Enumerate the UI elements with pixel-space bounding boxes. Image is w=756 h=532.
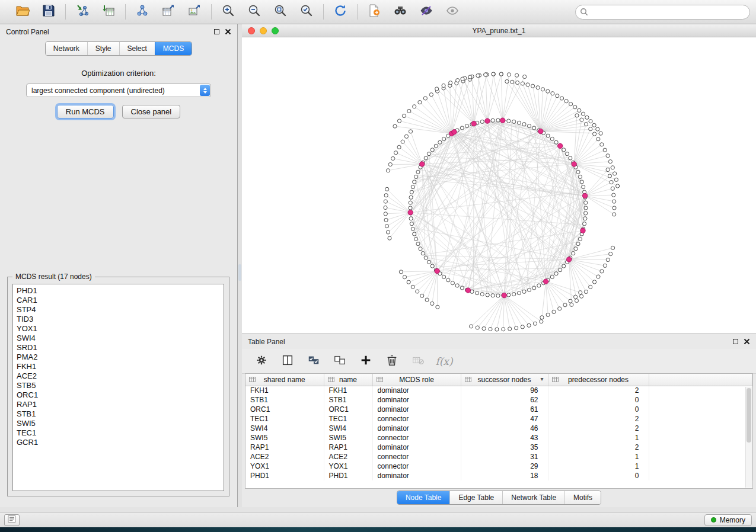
network-node[interactable] [584,290,588,293]
network-node[interactable] [456,79,460,82]
network-node[interactable] [611,246,615,249]
panel-splitter[interactable] [238,24,242,507]
network-node[interactable] [527,288,531,291]
mcds-hub-node[interactable] [582,193,587,198]
splitter-handle-icon[interactable] [238,264,241,281]
network-node[interactable] [384,200,387,203]
network-node[interactable] [425,298,429,302]
network-node[interactable] [507,293,511,297]
network-node[interactable] [399,270,403,274]
network-node[interactable] [484,73,487,76]
network-node[interactable] [516,81,519,84]
network-node[interactable] [592,123,596,127]
network-node[interactable] [505,79,509,83]
network-node[interactable] [480,293,484,296]
network-node[interactable] [583,217,587,220]
network-node[interactable] [613,206,616,210]
import-network-button[interactable] [72,2,93,21]
network-node[interactable] [386,230,390,234]
result-node-item[interactable]: CAR1 [13,296,224,305]
network-node[interactable] [511,80,514,84]
result-node-item[interactable]: RAP1 [13,400,224,409]
network-node[interactable] [537,284,541,287]
network-node[interactable] [565,152,569,156]
network-node[interactable] [546,134,550,137]
network-node[interactable] [600,143,604,146]
network-node[interactable] [515,73,519,77]
network-node[interactable] [585,116,589,119]
network-node[interactable] [515,326,518,330]
float-table-panel-icon[interactable] [733,339,738,344]
open-file-button[interactable] [12,2,33,21]
network-node[interactable] [411,285,414,289]
mcds-hub-node[interactable] [471,121,476,126]
tab-style[interactable]: Style [87,42,119,55]
tab-motifs[interactable]: Motifs [564,491,601,504]
tab-edge-table[interactable]: Edge Table [449,491,502,504]
tab-select[interactable]: Select [119,42,155,55]
network-node[interactable] [517,291,521,295]
network-node[interactable] [476,326,479,329]
network-node[interactable] [507,119,511,123]
network-node[interactable] [409,206,412,210]
network-node[interactable] [527,323,531,327]
network-node[interactable] [558,307,562,310]
network-node[interactable] [486,293,489,297]
network-node[interactable] [589,120,592,123]
network-node[interactable] [413,232,416,236]
network-node[interactable] [451,281,454,285]
network-node[interactable] [476,291,479,295]
network-node[interactable] [526,83,529,86]
network-node[interactable] [613,172,617,175]
network-node[interactable] [419,247,422,251]
network-node[interactable] [541,88,544,91]
network-node[interactable] [442,137,446,140]
network-node[interactable] [576,170,580,174]
column-header-name[interactable]: name [324,374,372,386]
network-node[interactable] [403,275,406,279]
network-node[interactable] [560,97,564,100]
network-node[interactable] [550,137,554,140]
network-node[interactable] [521,325,524,329]
network-node[interactable] [393,124,397,128]
result-node-item[interactable]: SRD1 [13,343,224,352]
network-canvas[interactable] [242,37,756,334]
network-node[interactable] [468,75,472,79]
import-table-button[interactable] [98,2,119,21]
network-node[interactable] [418,101,422,104]
network-node[interactable] [523,75,527,78]
result-node-item[interactable]: GCR1 [13,438,224,447]
network-node[interactable] [491,118,495,122]
mcds-hub-node[interactable] [408,210,413,215]
network-node[interactable] [546,89,550,93]
network-node[interactable] [411,185,414,189]
network-node[interactable] [570,303,573,306]
hide-annotations-button[interactable] [416,2,437,21]
search-network-button[interactable] [390,2,411,21]
network-node[interactable] [575,114,579,117]
table-settings-button[interactable] [251,352,272,370]
table-row[interactable]: SWI5SWI5connector431 [245,433,752,443]
network-node[interactable] [409,196,413,199]
result-node-item[interactable]: STB5 [13,381,224,390]
mcds-hub-node[interactable] [567,257,572,262]
network-node[interactable] [499,72,503,76]
network-node[interactable] [578,175,582,178]
result-node-item[interactable]: STP4 [13,305,224,315]
result-node-item[interactable]: FKH1 [13,362,224,371]
network-node[interactable] [414,237,418,241]
network-node[interactable] [416,242,420,246]
table-row[interactable]: TEC1TEC1connector472 [245,414,752,424]
network-node[interactable] [608,160,612,164]
network-node[interactable] [407,109,411,113]
network-node[interactable] [409,130,412,133]
network-node[interactable] [397,119,401,123]
network-node[interactable] [574,247,578,251]
network-node[interactable] [569,299,572,303]
share-document-button[interactable] [363,2,385,21]
network-node[interactable] [384,218,388,222]
network-node[interactable] [580,118,583,121]
network-node[interactable] [416,290,419,293]
network-node[interactable] [584,206,588,210]
show-columns-button[interactable] [277,352,298,370]
